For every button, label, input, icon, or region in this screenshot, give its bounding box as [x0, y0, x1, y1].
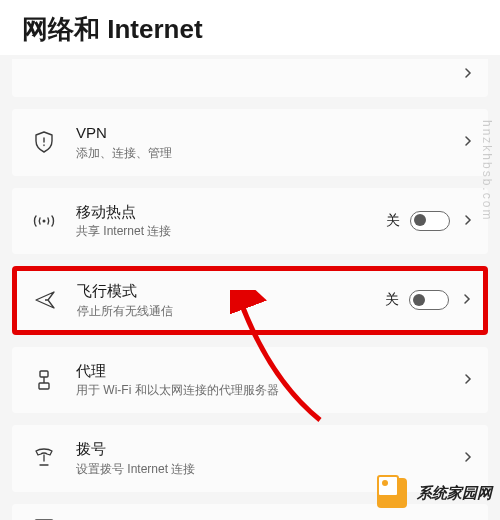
proxy-icon: [26, 369, 62, 391]
toggle-region: 关: [385, 290, 449, 310]
item-text: 代理 用于 Wi-Fi 和以太网连接的代理服务器: [76, 361, 450, 400]
item-subtitle: 共享 Internet 连接: [76, 223, 386, 240]
settings-item-vpn[interactable]: VPN 添加、连接、管理: [12, 109, 488, 176]
chevron-right-icon: [461, 291, 473, 309]
item-title: 移动热点: [76, 202, 386, 222]
item-text: 拨号 设置拨号 Internet 连接: [76, 439, 450, 478]
item-subtitle: 用于 Wi-Fi 和以太网连接的代理服务器: [76, 382, 450, 399]
hotspot-icon: [26, 212, 62, 230]
chevron-right-icon: [462, 212, 474, 230]
brand-text: 系统家园网: [417, 484, 492, 503]
chevron-right-icon: [462, 133, 474, 151]
phone-icon: [26, 448, 62, 468]
brand-logo-icon: [373, 474, 411, 512]
shield-icon: [26, 131, 62, 153]
item-text: VPN 添加、连接、管理: [76, 123, 450, 162]
settings-item-proxy[interactable]: 代理 用于 Wi-Fi 和以太网连接的代理服务器: [12, 347, 488, 414]
toggle-knob: [414, 214, 426, 226]
item-title: 代理: [76, 361, 450, 381]
chevron-right-icon: [462, 65, 474, 83]
toggle-knob: [413, 294, 425, 306]
item-text: 飞行模式 停止所有无线通信: [77, 281, 385, 320]
watermark-text: hnzkhbsb.com: [480, 120, 494, 221]
svg-rect-1: [40, 371, 48, 377]
page-title: 网络和 Internet: [0, 0, 500, 55]
item-title: VPN: [76, 123, 450, 143]
settings-item-hotspot[interactable]: 移动热点 共享 Internet 连接 关: [12, 188, 488, 255]
hotspot-toggle[interactable]: [410, 211, 450, 231]
toggle-region: 关: [386, 211, 450, 231]
svg-rect-2: [39, 383, 49, 389]
footer-brand: 系统家园网: [373, 474, 492, 512]
settings-item-partial[interactable]: [12, 59, 488, 97]
item-text: 移动热点 共享 Internet 连接: [76, 202, 386, 241]
airplane-toggle[interactable]: [409, 290, 449, 310]
settings-item-airplane[interactable]: 飞行模式 停止所有无线通信 关: [12, 266, 488, 335]
toggle-state-label: 关: [385, 291, 399, 309]
settings-list: VPN 添加、连接、管理 移动热点 共享 Internet 连接 关: [0, 59, 500, 520]
item-subtitle: 停止所有无线通信: [77, 303, 385, 320]
svg-point-0: [43, 219, 46, 222]
chevron-right-icon: [462, 449, 474, 467]
chevron-right-icon: [462, 371, 474, 389]
item-subtitle: 添加、连接、管理: [76, 145, 450, 162]
airplane-icon: [27, 289, 63, 311]
item-title: 拨号: [76, 439, 450, 459]
toggle-state-label: 关: [386, 212, 400, 230]
item-title: 飞行模式: [77, 281, 385, 301]
